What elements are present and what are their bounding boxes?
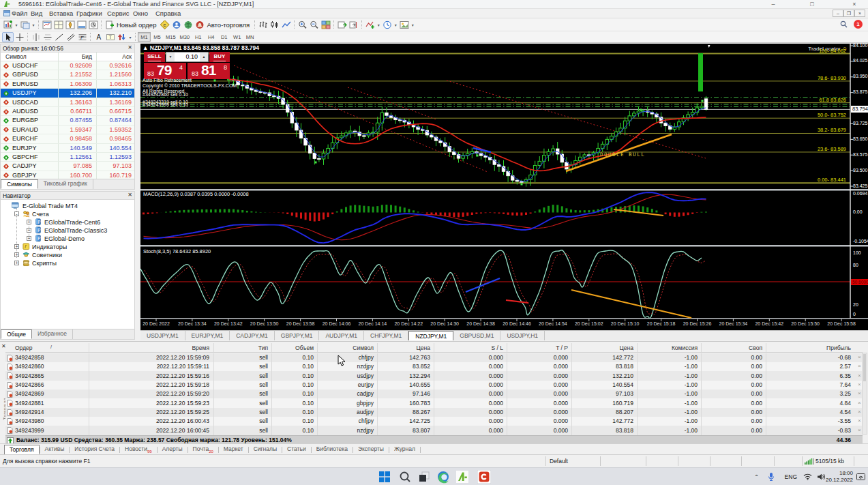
orders-column-6[interactable]: S / L [449, 344, 503, 351]
metaeditor-icon[interactable]: e [159, 20, 170, 30]
mdi-restore-button[interactable]: ❐ [843, 10, 854, 17]
orders-column-11[interactable]: Прибыль [796, 344, 851, 351]
crosshair-icon[interactable] [14, 32, 25, 42]
terminal-tab-маркет[interactable]: Маркет [219, 445, 248, 454]
order-row-349242865[interactable]: 3492428652022.12.20 15:59:16sell0.10usdj… [5, 371, 863, 380]
close-order-icon[interactable]: × [858, 409, 861, 415]
order-row-349242914[interactable]: 3492429142022.12.20 15:59:25sell0.10audj… [5, 408, 863, 417]
menu-окно[interactable]: Окно [133, 10, 148, 17]
order-row-349242866[interactable]: 3492428662022.12.20 15:59:18sell0.10eurj… [5, 381, 863, 390]
orders-column-7[interactable]: T / P [513, 344, 568, 351]
terminal-tab-активы[interactable]: Активы [40, 445, 70, 454]
tree-expander-icon[interactable]: + [27, 236, 31, 241]
ask-price-display[interactable]: 83 81 8 [188, 63, 230, 79]
order-row-349243999[interactable]: 3492439992022.12.20 16:00:45sell0.10nzdj… [5, 426, 863, 435]
new-chart-dropdown-icon[interactable]: ▾ [14, 23, 19, 27]
chart-tab-gbpjpy-m1[interactable]: GBPJPY,M1 [275, 331, 320, 340]
tray-language[interactable]: ENG [785, 468, 797, 485]
search-icon[interactable] [840, 20, 848, 29]
taskbar-mt4-icon[interactable] [455, 470, 469, 484]
mql-community-icon[interactable] [170, 20, 182, 30]
channel-icon[interactable] [65, 32, 76, 42]
terminal-tab-алерты[interactable]: Алерты [158, 445, 188, 454]
buy-button[interactable]: BUY [209, 52, 230, 62]
candles-mode-icon[interactable] [269, 20, 280, 30]
indicators-add-dropdown-icon[interactable]: ▾ [376, 23, 381, 27]
speaker-icon[interactable] [817, 473, 826, 480]
order-row-349242860[interactable]: 3492428602022.12.20 15:59:11sell0.10nzdj… [5, 362, 863, 371]
mdi-close-button[interactable]: × [854, 10, 865, 17]
orders-column-5[interactable]: Цена [376, 344, 430, 351]
market-watch-tab-тиковый-график[interactable]: Тиковый график [38, 179, 93, 189]
new-chart-icon[interactable] [2, 20, 14, 30]
text-icon[interactable]: A [93, 32, 104, 42]
price-chart[interactable] [140, 44, 868, 330]
market-watch-row-gbpchf[interactable]: GBPCHF1.125611.12593 [1, 153, 134, 162]
periods-dropdown-icon[interactable]: ▾ [393, 23, 398, 27]
templates-icon[interactable] [398, 20, 410, 30]
timeframe-w1[interactable]: W1 [230, 32, 243, 42]
order-row-349243980[interactable]: 3492439802022.12.20 16:00:43sell0.10chfj… [5, 417, 863, 426]
terminal-tab-сигналы[interactable]: Сигналы [249, 445, 282, 454]
navigator-tab-избранное[interactable]: Избранное [32, 329, 73, 339]
terminal-icon[interactable] [76, 20, 87, 30]
cursor-icon[interactable] [2, 32, 14, 42]
status-profile[interactable]: Default [550, 458, 568, 465]
trendline-icon[interactable] [53, 32, 65, 42]
menu-графики[interactable]: Графики [76, 10, 102, 17]
zoom-in-icon[interactable] [297, 20, 308, 30]
tree-expander-icon[interactable]: - [14, 211, 19, 216]
tree-expander-icon[interactable]: + [14, 244, 19, 249]
orders-column-9[interactable]: Комиссия [643, 344, 698, 351]
market-globe-icon[interactable] [182, 20, 194, 30]
close-order-icon[interactable]: × [858, 390, 861, 396]
terminal-scrollbar[interactable] [862, 353, 867, 435]
auto-scroll-icon[interactable] [336, 20, 348, 30]
chart-tab-eurjpy-m1[interactable]: EURJPY,M1 [185, 331, 230, 340]
orders-column-4[interactable]: Символ [319, 344, 374, 351]
close-order-icon[interactable]: × [858, 372, 861, 379]
timeframe-m1[interactable]: M1 [138, 32, 151, 42]
templates-dropdown-icon[interactable]: ▾ [410, 23, 415, 27]
terminal-tab-новости[interactable]: Новости99 [120, 445, 157, 454]
close-order-icon[interactable]: × [858, 417, 861, 424]
bid-price-display[interactable]: 83 79 4 [144, 63, 186, 79]
menu-сервис[interactable]: Сервис [107, 10, 130, 17]
close-order-icon[interactable]: × [858, 381, 861, 387]
chart-tab-cadjpy-m1[interactable]: CADJPY,M1 [230, 331, 275, 340]
label-icon[interactable]: T [104, 32, 116, 42]
strategy-tester-icon[interactable] [87, 20, 99, 30]
arrows-icon[interactable] [116, 32, 128, 42]
volume-input[interactable]: 0.10 [175, 53, 199, 61]
market-watch-row-eurchf[interactable]: EURCHF0.984580.98465 [1, 134, 134, 143]
terminal-tab-журнал[interactable]: Журнал [389, 445, 420, 454]
orders-column-8[interactable]: Цена [579, 344, 633, 351]
tree-expander-icon[interactable]: + [27, 220, 31, 224]
mdi-minimize-button[interactable]: – [833, 10, 843, 17]
terminal-tab-почта[interactable]: Почта20 [188, 445, 218, 454]
terminal-tab-торговля[interactable]: Торговля [4, 445, 40, 454]
volume-increase-icon[interactable]: ▲ [200, 53, 208, 61]
market-watch-tab-символы[interactable]: Символы [1, 179, 38, 189]
order-row-349242881[interactable]: 3492428812022.12.20 15:59:23sell0.10gbpj… [5, 398, 863, 407]
taskbar-task-view-icon[interactable] [417, 470, 431, 484]
close-order-icon[interactable]: × [858, 354, 861, 360]
close-order-icon[interactable]: × [858, 363, 861, 369]
timeframe-h4[interactable]: H4 [205, 32, 218, 42]
navigator-icon[interactable] [64, 20, 76, 30]
window-minimize-button[interactable]: – [764, 0, 783, 8]
taskbar-edge-icon[interactable] [436, 470, 450, 484]
tree-expander-icon[interactable]: + [27, 228, 31, 233]
notification-badge[interactable]: 1 [854, 20, 863, 29]
bars-mode-icon[interactable] [257, 20, 269, 30]
periods-icon[interactable] [381, 20, 393, 30]
market-watch-icon[interactable] [41, 20, 53, 30]
fibo-icon[interactable]: F [76, 32, 88, 42]
timeframe-h1[interactable]: H1 [192, 32, 205, 42]
close-order-icon[interactable]: × [858, 427, 861, 433]
chart-shift-icon[interactable] [348, 20, 359, 30]
profiles-dropdown-icon[interactable]: ▾ [31, 23, 36, 27]
timeframe-mn[interactable]: MN [243, 32, 256, 42]
market-watch-row-usdjpy[interactable]: USDJPY132.206132.210 [1, 89, 134, 98]
tray-expand-icon[interactable]: ⌃ [754, 468, 759, 485]
